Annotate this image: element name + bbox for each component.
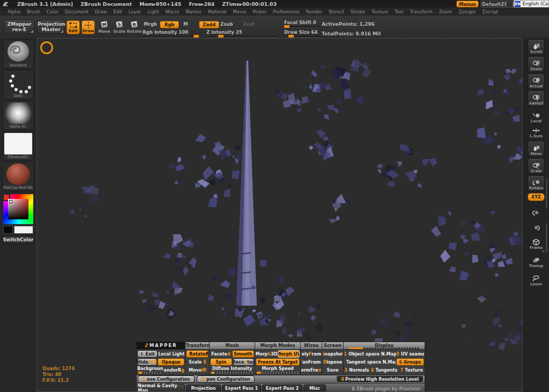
tab-expert-pass-2[interactable]: Expert Pass 2 [262, 384, 302, 391]
shelf-scroll-button[interactable]: Scroll [528, 39, 545, 55]
tangents-button[interactable]: 4Tangents [370, 366, 399, 374]
mrgb-button[interactable]: Mrgb [141, 21, 160, 27]
menu-stroke[interactable]: Stroke [351, 9, 365, 14]
right-tray-scrollbar[interactable] [546, 179, 547, 253]
menu-light[interactable]: Light [147, 9, 159, 14]
color-picker[interactable] [3, 194, 33, 224]
shelf-l-sym-button[interactable]: L.Sym [528, 124, 545, 138]
m-button[interactable]: M [181, 21, 190, 27]
left-tray-handle[interactable]: › [1, 160, 3, 166]
morph-speed-slider[interactable]: Morph Speed [256, 366, 300, 374]
focal-shift-slider[interactable] [285, 26, 320, 27]
save-button[interactable]: Save [323, 366, 343, 374]
move-button[interactable]: M Move [98, 20, 111, 34]
saturation-value-square[interactable] [8, 199, 28, 219]
recenter-button[interactable]: Recenter [233, 358, 255, 366]
menu-texture[interactable]: Texture [372, 9, 388, 14]
normals-button[interactable]: 3Normals [344, 366, 369, 374]
snapshot-button[interactable]: Snapshot [323, 350, 343, 358]
menu-alpha[interactable]: Alpha [8, 9, 20, 14]
menu-tool[interactable]: Tool [395, 9, 404, 14]
menu-color[interactable]: Color [47, 9, 58, 14]
thumbnail-standard[interactable]: Standard [3, 40, 34, 69]
slider-track[interactable] [211, 372, 253, 374]
switch-color-button[interactable]: SwitchColor [3, 236, 34, 244]
menu-layer[interactable]: Layer [129, 9, 142, 14]
shelf-actual-button[interactable]: Actual [528, 73, 545, 90]
menu-macro[interactable]: Macro [166, 9, 180, 14]
rgb-button[interactable]: Rgb [160, 21, 179, 28]
slider-handle[interactable] [194, 35, 199, 38]
morph-uv-button[interactable]: Morph UV [278, 350, 300, 358]
shelf-scale-button[interactable]: Scale [528, 158, 545, 174]
shelf-rotate-z-icon[interactable] [528, 218, 545, 232]
slider-handle[interactable] [288, 35, 294, 38]
shelf-local-button[interactable]: Local [528, 109, 545, 123]
rgb-intensity-slider[interactable] [143, 36, 200, 37]
shelf-transp-button[interactable]: Transp [528, 254, 545, 268]
slider-handle[interactable] [218, 35, 224, 38]
shelf-lasso-button[interactable]: Lasso [528, 272, 545, 286]
shelf-zoom-button[interactable]: Zoom [528, 56, 545, 72]
shelf-xyz-button[interactable]: XYZ [528, 193, 545, 201]
menu-render[interactable]: Render [306, 9, 322, 14]
language-bar[interactable]: EN English (Can [514, 0, 549, 8]
draw-size-slider[interactable] [285, 36, 320, 37]
document-canvas[interactable]: Quads: 1274 Tris: 40 F.P.S: 21.3 ZMAPPER… [36, 38, 523, 392]
faceted-button[interactable]: Faceted [210, 350, 232, 358]
zsub-button[interactable]: Zsub [218, 21, 235, 27]
menu-document[interactable]: Document [65, 9, 88, 14]
tab-misc[interactable]: Misc [303, 384, 326, 391]
shelf-rotate-y-icon[interactable] [528, 203, 545, 217]
dispose-button[interactable]: Dispose [323, 358, 343, 366]
renderrgn-button[interactable]: RenderRgn [164, 366, 184, 374]
zadd-button[interactable]: Zadd [199, 21, 219, 28]
morph-3d-button[interactable]: Morph 3D [256, 350, 277, 358]
thumbnail-dots[interactable]: Dots [3, 70, 34, 99]
shelf-move-button[interactable]: Move [528, 141, 545, 157]
rotate-button[interactable]: R Rotate [128, 20, 141, 34]
freeze-at-target-button[interactable]: Freeze At Target [256, 358, 300, 366]
menu-marker[interactable]: Marker [186, 9, 201, 14]
shelf-rotate-button[interactable]: Rotate [528, 175, 545, 191]
uv-seams-button[interactable]: 5UV seams [397, 350, 424, 358]
exit-button[interactable]: Exit [137, 350, 158, 358]
spin-button[interactable]: Spin [210, 358, 232, 366]
zcut-button[interactable]: Zcut [240, 21, 257, 27]
menu-brush[interactable]: Brush [27, 9, 40, 14]
save-configuration-button[interactable]: Save Configuration [138, 375, 195, 383]
object-space-n-map-button[interactable]: 1Object space N.Map [344, 350, 396, 358]
menu-material[interactable]: Material [208, 9, 227, 14]
menu-draw[interactable]: Draw [95, 9, 107, 14]
opaque-button[interactable]: Opaque [158, 358, 184, 366]
projection-master-button[interactable]: ProjectionMaster [37, 20, 65, 34]
main-color-swatch[interactable] [14, 226, 33, 234]
edit-button[interactable]: Edit [66, 20, 80, 34]
menu-movie[interactable]: Movie [233, 9, 246, 14]
tangent-space-n-map-button[interactable]: 2Tangent space N.Map [344, 358, 396, 366]
z-intensity-slider[interactable] [207, 36, 277, 37]
menu-zplugin[interactable]: Zplugin [458, 9, 476, 14]
draw-button[interactable]: Draw [81, 20, 95, 34]
normframe-button[interactable]: NormFrame [301, 366, 321, 374]
polyframe-button[interactable]: PolyFrame [301, 350, 321, 358]
menu-stencil[interactable]: Stencil [329, 9, 344, 14]
slider-track[interactable] [257, 372, 299, 374]
tab-normal-cavity-map[interactable]: Normal & Cavity Map [137, 384, 185, 391]
preview-high-resolution-level-button[interactable]: 8Preview High Resolution Level [336, 375, 424, 383]
thumbnail-ztexture01[interactable]: ZTexture01 [3, 131, 34, 160]
secondary-color-swatch[interactable] [3, 226, 13, 234]
slider-handle[interactable] [284, 25, 290, 28]
tanframe-button[interactable]: TanFrame [301, 358, 321, 366]
move-button[interactable]: MoveW [186, 366, 209, 374]
menus-button[interactable]: Menus [456, 1, 479, 8]
titlebar-spacer-button[interactable] [506, 1, 513, 8]
smooth-button[interactable]: Smooth [232, 350, 255, 358]
menu-picker[interactable]: Picker [253, 9, 266, 14]
tab-expert-pass-1[interactable]: Expert Pass 1 [222, 384, 261, 391]
scale-button[interactable]: S Scale [113, 20, 126, 34]
texture-button[interactable]: 7Texture [399, 366, 424, 374]
hide-tab-button[interactable]: Hide TAB [137, 358, 157, 366]
open-configuration-button[interactable]: Open Configuration [197, 375, 255, 383]
zmapper-plugin-button[interactable]: ZMapperrev-E [4, 20, 35, 34]
